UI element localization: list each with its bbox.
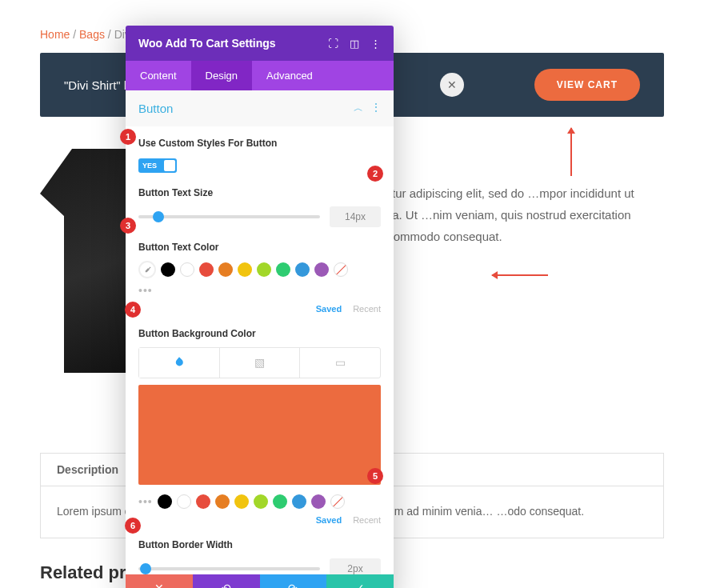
callout-1: 1 [120, 129, 136, 145]
eyedropper-icon[interactable] [138, 261, 156, 278]
swatch-red[interactable] [199, 262, 214, 277]
bc-bags[interactable]: Bags [79, 28, 105, 41]
slider-text-size[interactable] [138, 215, 320, 218]
expand-icon[interactable]: ⛶ [328, 38, 338, 50]
swatch-orange[interactable] [215, 494, 230, 509]
menu-icon[interactable]: ⋮ [370, 38, 381, 50]
bg-tab-gradient[interactable]: ▧ [220, 348, 301, 378]
swatch-white[interactable] [180, 262, 194, 277]
close-icon[interactable]: ✕ [440, 73, 464, 97]
label-border-width: Button Border Width [138, 539, 381, 550]
slider-border-width[interactable] [138, 567, 320, 570]
callout-5: 5 [367, 468, 383, 484]
swatch-orange[interactable] [218, 262, 233, 277]
callout-2: 2 [367, 166, 383, 182]
label-bg-color: Button Background Color [138, 328, 381, 339]
input-text-size[interactable]: 14px [330, 206, 381, 227]
bg-tab-image[interactable]: ▭ [300, 348, 380, 378]
bc-home[interactable]: Home [40, 28, 70, 41]
cancel-button[interactable]: ✕ [126, 574, 193, 588]
swatch-yellow[interactable] [234, 494, 249, 509]
toggle-use-custom[interactable]: YES [138, 158, 177, 173]
annotation-arrow-up [570, 128, 572, 176]
tab-content[interactable]: Content [126, 61, 191, 90]
label-text-size: Button Text Size [138, 187, 381, 198]
view-cart-button[interactable]: VIEW CART [534, 69, 640, 101]
section-menu-icon[interactable]: ⋮ [371, 102, 381, 115]
save-button[interactable]: ✓ [326, 574, 394, 588]
callout-3: 3 [120, 218, 136, 234]
recent-tab[interactable]: Recent [353, 304, 381, 314]
redo-button[interactable]: ↷ [260, 574, 327, 588]
swatch-purple[interactable] [314, 262, 329, 277]
swatch-lightgreen[interactable] [254, 494, 268, 509]
chevron-up-icon[interactable]: ︿ [354, 102, 363, 115]
saved-tab[interactable]: Saved [316, 515, 342, 525]
snap-icon[interactable]: ◫ [350, 38, 359, 50]
color-preview[interactable] [138, 385, 381, 485]
swatch-green[interactable] [273, 494, 287, 509]
more-swatches-icon[interactable]: ••• [138, 284, 153, 297]
label-text-color: Button Text Color [138, 242, 381, 253]
swatch-transparent[interactable] [334, 262, 348, 277]
swatch-black[interactable] [158, 494, 172, 509]
swatch-white[interactable] [177, 494, 191, 509]
recent-tab[interactable]: Recent [353, 515, 381, 525]
swatch-black[interactable] [161, 262, 175, 277]
swatch-green[interactable] [276, 262, 290, 277]
undo-button[interactable]: ↶ [193, 574, 260, 588]
swatch-purple[interactable] [311, 494, 326, 509]
modal-title: Woo Add To Cart Settings [138, 37, 276, 50]
more-swatches-icon[interactable]: ••• [138, 495, 153, 508]
swatch-blue[interactable] [295, 262, 310, 277]
tab-description[interactable]: Description [41, 454, 134, 486]
section-button[interactable]: Button [138, 102, 173, 115]
swatch-lightgreen[interactable] [257, 262, 271, 277]
saved-tab[interactable]: Saved [316, 304, 342, 314]
swatch-yellow[interactable] [238, 262, 252, 277]
tab-design[interactable]: Design [191, 61, 252, 90]
callout-4: 4 [125, 302, 141, 318]
settings-modal: Woo Add To Cart Settings ⛶ ◫ ⋮ Content D… [126, 26, 394, 588]
swatch-blue[interactable] [292, 494, 306, 509]
label-use-custom: Use Custom Styles For Button [138, 138, 381, 149]
swatch-transparent[interactable] [330, 494, 345, 509]
input-border-width[interactable]: 2px [330, 558, 381, 574]
tab-advanced[interactable]: Advanced [252, 61, 327, 90]
bg-tab-color[interactable] [139, 348, 220, 378]
callout-6: 6 [125, 518, 141, 534]
swatch-red[interactable] [196, 494, 210, 509]
annotation-arrow-left [492, 274, 548, 276]
